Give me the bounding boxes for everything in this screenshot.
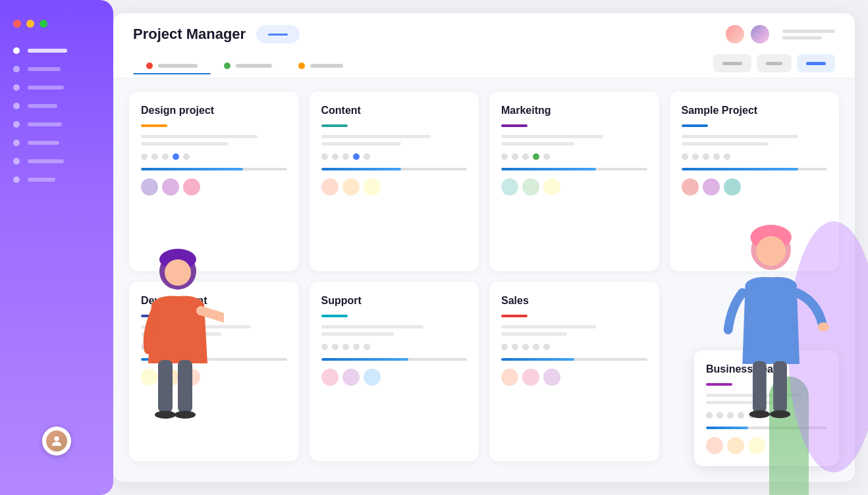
dot [512,153,518,160]
header-tag[interactable] [256,25,300,43]
dot [724,153,730,160]
tab-dot-2 [298,63,305,69]
header-top: Project Manager [133,25,835,43]
dot [738,412,744,419]
tab-dot-1 [224,63,231,69]
card-design[interactable]: Design project [129,91,299,271]
progress-bar [706,427,748,429]
desc-line-1 [141,325,250,328]
card-accent-design [141,124,167,127]
sidebar-item-6[interactable] [13,158,100,165]
card-desc-marketing [501,135,647,145]
card-content[interactable]: Content [310,91,479,271]
card-support[interactable]: Support [310,282,479,461]
dot [151,344,158,350]
tab-action-btn-0[interactable] [713,54,751,72]
avatar-icon [46,430,67,452]
card-desc-content [321,135,468,145]
sidebar-item-7[interactable] [13,176,100,183]
dot [717,412,723,419]
card-accent-sample [682,124,708,127]
card-sales[interactable]: Sales [489,282,659,461]
card-avatars-design [141,178,287,195]
user-avatar[interactable] [42,427,71,456]
avatar [748,437,765,454]
card-business-team[interactable]: Business Team [694,350,839,466]
card-progress-business [706,427,827,429]
dot [692,153,699,160]
card-progress-marketing [501,168,647,170]
dot [353,344,360,350]
card-development[interactable]: Development [129,282,299,461]
avatar [543,178,560,195]
avatar [543,369,560,386]
dot-active [173,344,179,350]
tab-2[interactable] [285,57,356,74]
sidebar-bullet [13,103,20,109]
header-info-lines [782,30,835,39]
tab-actions [713,54,835,78]
sidebar-item-3[interactable] [13,103,100,109]
avatar [364,178,381,195]
desc-line-1 [501,135,603,138]
desc-line-1 [501,325,596,328]
minimize-dot[interactable] [26,20,34,28]
maximize-dot[interactable] [40,20,47,28]
card-title-support: Support [321,295,468,307]
avatar [703,178,720,195]
avatar [162,369,179,386]
card-desc-sample [682,135,828,145]
tab-1[interactable] [211,57,285,74]
close-dot[interactable] [13,20,21,28]
dot [183,153,190,160]
tab-action-btn-2[interactable] [797,54,835,72]
card-progress-development [141,358,287,361]
card-desc-business [706,394,827,404]
desc-line-1 [141,135,258,138]
card-marketing[interactable]: Markeitng [489,91,659,271]
header-avatar-2[interactable] [751,25,769,43]
desc-line-2 [321,142,402,145]
sidebar-item-4[interactable] [13,121,100,128]
card-title-sample: Sample Project [682,105,828,117]
dot [522,153,529,160]
sidebar-item-1[interactable] [13,66,100,72]
card-sample[interactable]: Sample Project [670,91,840,271]
header-avatar-1[interactable] [726,25,744,43]
sidebar-bullet [13,140,20,146]
tab-action-btn-1[interactable] [757,54,792,72]
sidebar-item-5[interactable] [13,140,100,146]
card-avatars-sales [501,369,647,386]
dot [342,344,349,350]
header: Project Manager [113,13,855,78]
dot [501,153,508,160]
progress-bar [501,168,596,170]
dot-active [533,153,539,160]
card-progress-sample [682,168,828,170]
tab-0[interactable] [133,57,211,74]
dot [522,344,529,350]
desc-line-1 [321,325,423,328]
avatar [183,178,200,195]
desc-line-2 [501,332,567,336]
desc-line-1 [321,135,431,138]
action-line-2 [806,62,826,65]
tab-label-2 [310,64,343,68]
card-title-development: Development [141,295,287,307]
avatar [682,178,699,195]
sidebar-item-0[interactable] [13,47,100,54]
tab-dot-0 [146,63,153,69]
card-progress-sales [501,358,647,361]
svg-point-0 [54,436,59,441]
sidebar-item-2[interactable] [13,84,100,91]
dot [512,344,518,350]
desc-line-2 [321,332,394,336]
tabs-bar [133,54,835,78]
main-window: Project Manager [113,13,855,482]
dot-active [173,153,179,160]
avatar [522,369,539,386]
card-title-business: Business Team [706,363,827,375]
avatar [724,178,741,195]
card-accent-content [321,124,348,127]
card-avatars-sample [682,178,828,195]
